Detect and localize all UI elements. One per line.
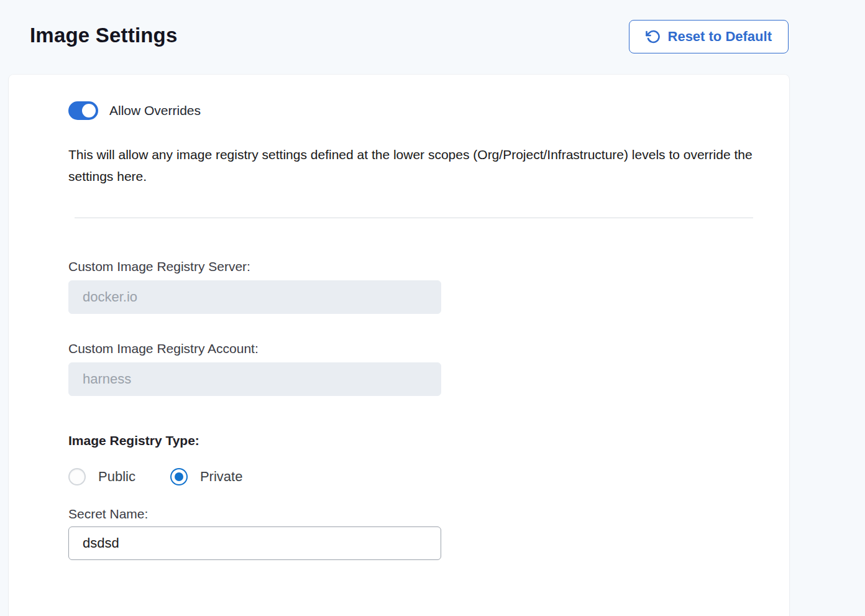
overrides-description: This will allow any image registry setti…	[68, 144, 753, 188]
registry-server-field: Custom Image Registry Server:	[68, 259, 753, 314]
registry-server-input[interactable]	[68, 280, 441, 314]
section-divider	[75, 218, 753, 218]
reset-to-default-button[interactable]: Reset to Default	[629, 20, 789, 53]
secret-name-input[interactable]	[68, 526, 441, 560]
allow-overrides-toggle[interactable]	[68, 101, 98, 120]
radio-option-public[interactable]: Public	[68, 468, 135, 485]
secret-name-field: Secret Name:	[68, 507, 753, 560]
registry-account-label: Custom Image Registry Account:	[68, 341, 753, 356]
reset-icon	[646, 29, 661, 44]
registry-type-label: Image Registry Type:	[68, 433, 753, 448]
radio-private-label: Private	[200, 469, 242, 485]
radio-option-private[interactable]: Private	[170, 468, 242, 485]
page-header: Image Settings Reset to Default	[0, 0, 865, 75]
image-settings-card: Allow Overrides This will allow any imag…	[9, 75, 789, 616]
radio-public-circle[interactable]	[68, 468, 86, 485]
radio-private-circle[interactable]	[170, 468, 188, 485]
radio-private-dot	[175, 472, 183, 481]
registry-type-options: Public Private	[68, 468, 753, 485]
registry-server-label: Custom Image Registry Server:	[68, 259, 753, 274]
allow-overrides-label: Allow Overrides	[109, 103, 201, 118]
toggle-knob	[82, 104, 96, 117]
secret-name-label: Secret Name:	[68, 507, 753, 522]
reset-button-label: Reset to Default	[668, 29, 772, 45]
allow-overrides-row: Allow Overrides	[68, 101, 753, 120]
registry-type-section: Image Registry Type: Public Private	[68, 433, 753, 485]
registry-account-input[interactable]	[68, 362, 441, 396]
registry-account-field: Custom Image Registry Account:	[68, 341, 753, 396]
radio-public-label: Public	[98, 469, 135, 485]
